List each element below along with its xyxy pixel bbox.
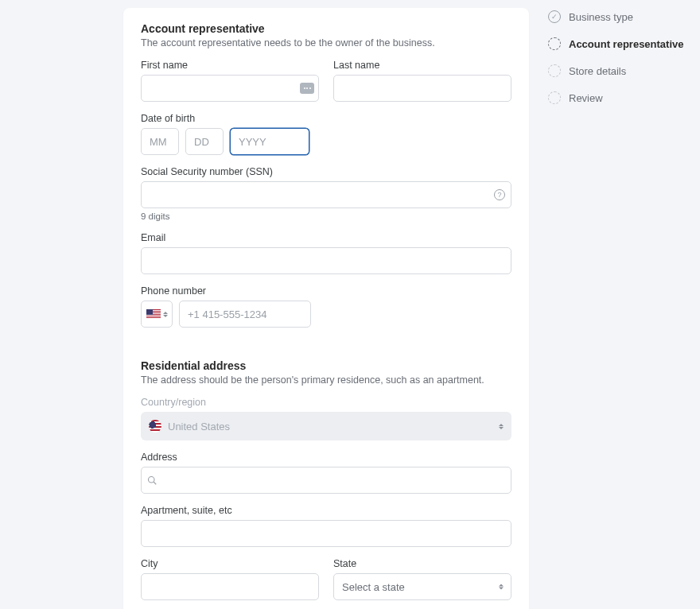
step-label: Business type xyxy=(569,11,633,23)
phone-country-selector[interactable] xyxy=(141,301,173,328)
step-account-representative[interactable]: Account representative xyxy=(548,37,684,50)
state-label: State xyxy=(333,558,511,569)
check-circle-icon xyxy=(548,10,561,23)
dashed-circle-icon xyxy=(548,37,561,50)
search-icon xyxy=(147,475,157,485)
dob-day-input[interactable] xyxy=(185,128,224,155)
chevron-updown-icon xyxy=(163,312,168,317)
dob-label: Date of birth xyxy=(141,113,511,124)
first-name-label: First name xyxy=(141,60,319,71)
us-flag-round-icon xyxy=(149,420,161,433)
section-subtitle-representative: The account representative needs to be t… xyxy=(141,37,511,48)
step-business-type[interactable]: Business type xyxy=(548,10,684,23)
dob-year-input[interactable] xyxy=(230,128,309,155)
section-subtitle-address: The address should be the person's prima… xyxy=(141,374,511,386)
first-name-input[interactable] xyxy=(141,75,319,102)
ssn-input[interactable] xyxy=(141,181,511,208)
phone-label: Phone number xyxy=(141,285,511,297)
step-store-details[interactable]: Store details xyxy=(548,64,684,77)
svg-point-0 xyxy=(149,477,155,483)
email-input[interactable] xyxy=(141,247,511,274)
ssn-hint: 9 digits xyxy=(141,211,511,221)
address-label: Address xyxy=(141,452,511,463)
dob-month-input[interactable] xyxy=(141,128,179,155)
form-card: Account representative The account repre… xyxy=(123,8,529,609)
last-name-input[interactable] xyxy=(333,75,511,102)
dashed-circle-icon xyxy=(548,91,561,104)
city-input[interactable] xyxy=(141,573,319,600)
chevron-updown-icon xyxy=(499,424,504,429)
section-title-address: Residential address xyxy=(141,359,511,372)
country-select: United States xyxy=(141,412,511,440)
city-label: City xyxy=(141,558,319,569)
address-input[interactable] xyxy=(141,467,511,494)
email-label: Email xyxy=(141,232,511,243)
chevron-updown-icon xyxy=(499,584,504,590)
svg-line-1 xyxy=(154,482,156,484)
autofill-icon[interactable] xyxy=(300,83,314,94)
country-label: Country/region xyxy=(141,397,511,408)
state-select[interactable] xyxy=(333,573,511,600)
step-label: Review xyxy=(569,92,603,104)
country-value: United States xyxy=(168,421,230,433)
step-review[interactable]: Review xyxy=(548,91,684,104)
dashed-circle-icon xyxy=(548,64,561,77)
section-title-representative: Account representative xyxy=(141,22,511,35)
help-icon[interactable]: ? xyxy=(494,189,505,200)
step-label: Store details xyxy=(569,65,626,77)
phone-input[interactable] xyxy=(179,301,311,328)
ssn-label: Social Security number (SSN) xyxy=(141,166,511,177)
us-flag-icon xyxy=(146,309,161,319)
apartment-input[interactable] xyxy=(141,520,511,547)
last-name-label: Last name xyxy=(333,60,511,71)
apartment-label: Apartment, suite, etc xyxy=(141,505,511,516)
step-label: Account representative xyxy=(569,38,684,50)
steps-sidebar: Business type Account representative Sto… xyxy=(548,10,684,104)
